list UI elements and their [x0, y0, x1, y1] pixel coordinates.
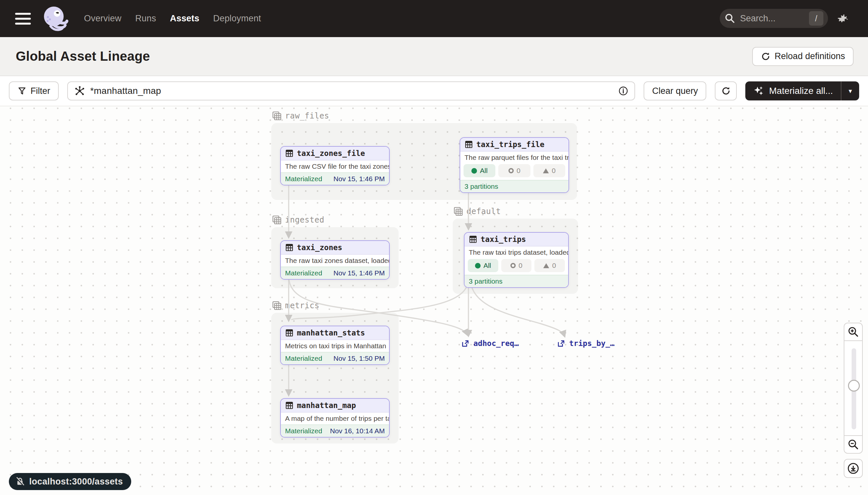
search-shortcut-key: /: [809, 11, 823, 25]
external-link-icon: [557, 339, 565, 347]
info-icon[interactable]: [618, 86, 628, 96]
ring-icon: [510, 263, 516, 268]
triangle-icon: [543, 263, 549, 268]
status-badge: Materialized: [285, 427, 322, 435]
partitions-count: 3 partitions: [464, 183, 498, 190]
asset-query-input[interactable]: *manhattan_map: [67, 81, 635, 100]
partitions-missing-badge[interactable]: 0: [533, 164, 565, 177]
asset-node-manhattan_map[interactable]: manhattan_map A map of the number of tri…: [280, 398, 390, 438]
clear-query-label: Clear query: [652, 86, 698, 96]
materialization-time[interactable]: Nov 16, 10:14 AM: [330, 427, 385, 435]
status-badge: Materialized: [285, 355, 322, 362]
status-badge: Materialized: [285, 175, 322, 183]
asset-node-taxi_trips_file[interactable]: taxi_trips_file The raw parquet files fo…: [460, 137, 569, 193]
nav-item-overview[interactable]: Overview: [84, 14, 121, 24]
asset-node-taxi_zones_file[interactable]: taxi_zones_file The raw CSV file for the…: [280, 146, 390, 186]
materialize-all-button[interactable]: Materialize all... ▾: [745, 81, 859, 100]
asset-description: The raw taxi zones dataset, loaded int..…: [281, 254, 389, 267]
external-link-icon: [461, 339, 470, 347]
nav-item-runs[interactable]: Runs: [135, 14, 156, 24]
partition-health-row: All 0 0: [460, 164, 568, 180]
external-asset-trips_by[interactable]: trips_by_…: [557, 339, 615, 347]
asset-node-taxi_trips[interactable]: taxi_trips The raw taxi trips dataset, l…: [464, 232, 569, 288]
refresh-icon: [721, 86, 731, 96]
hamburger-menu-icon[interactable]: [15, 13, 31, 24]
external-asset-name: trips_by_…: [569, 339, 615, 347]
green-dot-icon: [472, 168, 477, 174]
asset-name: taxi_trips: [481, 235, 526, 243]
external-asset-adhoc_req[interactable]: adhoc_req…: [461, 339, 519, 347]
nav-item-assets[interactable]: Assets: [170, 14, 199, 24]
zoom-in-icon: [847, 326, 859, 338]
partitions-failed-badge[interactable]: 0: [501, 259, 532, 272]
partitions-failed-badge[interactable]: 0: [498, 164, 530, 177]
group-label-raw_files[interactable]: raw_files: [272, 111, 329, 121]
table-icon: [285, 149, 294, 157]
page-title: Global Asset Lineage: [16, 49, 150, 64]
download-image-button[interactable]: [844, 459, 863, 478]
primary-nav: Overview Runs Assets Deployment: [84, 14, 261, 24]
zoom-in-button[interactable]: [844, 323, 863, 341]
asset-description: The raw CSV file for the taxi zones dat.…: [281, 160, 389, 172]
materialization-time[interactable]: Nov 15, 1:46 PM: [334, 175, 385, 183]
group-name: metrics: [285, 301, 320, 310]
zoom-out-icon: [847, 439, 859, 450]
search-icon: [724, 13, 736, 24]
materialize-dropdown-caret[interactable]: ▾: [842, 81, 859, 100]
group-label-metrics[interactable]: metrics: [272, 301, 320, 310]
table-icon: [285, 328, 294, 337]
group-label-default[interactable]: default: [453, 206, 501, 216]
asset-name: taxi_trips_file: [476, 140, 545, 149]
group-icon: [272, 111, 282, 121]
lineage-query-icon: [74, 85, 86, 97]
group-icon: [272, 215, 282, 225]
insecure-lock-icon: [15, 476, 25, 487]
zoom-slider[interactable]: [844, 340, 863, 436]
materialization-time[interactable]: Nov 15, 1:50 PM: [334, 355, 385, 362]
asset-description: Metrics on taxi trips in Manhattan: [281, 339, 389, 352]
nav-item-deployment[interactable]: Deployment: [213, 14, 261, 24]
materialization-time[interactable]: Nov 15, 1:46 PM: [334, 269, 385, 277]
partition-health-row: All 0 0: [464, 258, 568, 275]
zoom-out-button[interactable]: [844, 435, 863, 454]
asset-node-taxi_zones[interactable]: taxi_zones The raw taxi zones dataset, l…: [280, 240, 390, 280]
refresh-graph-button[interactable]: [715, 81, 737, 100]
group-icon: [453, 206, 463, 216]
global-search-input[interactable]: Search... /: [720, 9, 828, 28]
sparkles-icon: [753, 85, 764, 97]
asset-name: taxi_zones_file: [297, 149, 365, 157]
lineage-toolbar: Filter *manhattan_map Clear query: [0, 76, 868, 106]
group-name: raw_files: [285, 111, 329, 120]
asset-node-manhattan_stats[interactable]: manhattan_stats Metrics on taxi trips in…: [280, 326, 390, 365]
ring-icon: [509, 168, 514, 173]
reload-definitions-button[interactable]: Reload definitions: [752, 47, 854, 66]
partitions-materialized-badge[interactable]: All: [463, 164, 495, 177]
group-icon: [272, 301, 282, 310]
asset-description: The raw taxi trips dataset, loaded into …: [464, 246, 568, 258]
green-dot-icon: [475, 263, 481, 269]
dagster-logo-icon[interactable]: [41, 5, 69, 33]
group-label-ingested[interactable]: ingested: [272, 215, 324, 225]
filter-button[interactable]: Filter: [9, 81, 59, 100]
filter-funnel-icon: [17, 86, 26, 96]
clear-query-button[interactable]: Clear query: [644, 81, 707, 100]
asset-description: A map of the number of trips per taxi z.…: [281, 412, 389, 424]
gear-icon: [836, 12, 849, 25]
search-placeholder: Search...: [740, 14, 809, 24]
query-value: *manhattan_map: [90, 86, 614, 96]
lineage-canvas[interactable]: raw_files ingested default metrics: [0, 106, 868, 495]
top-navigation-bar: Overview Runs Assets Deployment Search..…: [0, 0, 868, 37]
download-icon: [847, 462, 860, 475]
partitions-count: 3 partitions: [469, 277, 502, 285]
partitions-materialized-badge[interactable]: All: [468, 259, 498, 272]
group-name: default: [466, 207, 501, 216]
reload-icon: [761, 52, 770, 62]
partitions-missing-badge[interactable]: 0: [534, 259, 565, 272]
zoom-controls: [844, 323, 863, 454]
settings-button[interactable]: [835, 11, 850, 25]
page-header: Global Asset Lineage Reload definitions: [0, 37, 868, 76]
zoom-slider-handle[interactable]: [848, 380, 860, 392]
table-icon: [285, 243, 294, 252]
external-asset-name: adhoc_req…: [473, 339, 519, 347]
table-icon: [469, 235, 477, 243]
